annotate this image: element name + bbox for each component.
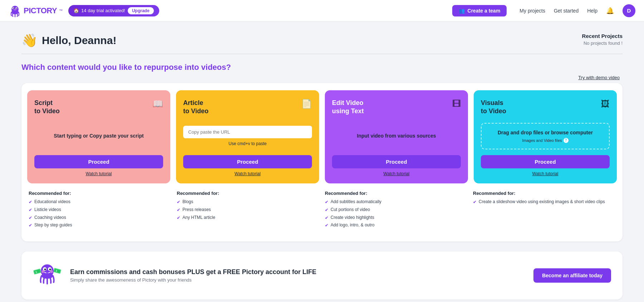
divider	[21, 54, 623, 54]
svg-point-18	[42, 270, 44, 273]
create-team-button[interactable]: 👥 Create a team	[452, 5, 507, 16]
header-nav: My projects Get started Help 🔔 D	[519, 4, 635, 17]
check-icon: ✔	[177, 207, 180, 213]
cmd-paste-hint: Use cmd+v to paste	[229, 141, 267, 146]
check-icon: ✔	[473, 199, 477, 205]
rec-text: Blogs	[182, 199, 193, 205]
rec-text: Cut portions of video	[331, 207, 370, 213]
trial-text: 14 day trial activated!	[81, 8, 125, 13]
rec-item: ✔Create a slideshow video using existing…	[473, 199, 615, 205]
mascot-icon: $ $	[33, 259, 62, 287]
rec-title-visuals: Recommended for:	[473, 191, 615, 196]
rec-item: ✔Cut portions of video	[325, 207, 467, 213]
visuals-card-icon: 🖼	[601, 99, 610, 109]
affiliate-text: Earn commissions and cash bonuses PLUS g…	[70, 268, 525, 283]
greeting-emoji: 👋	[21, 33, 38, 48]
rec-text: Create video highlights	[331, 215, 374, 221]
rec-col-edit: Recommended for: ✔Add subtitles automati…	[325, 191, 467, 230]
card-header-script: Scriptto Video 📖	[34, 99, 163, 116]
check-icon: ✔	[177, 215, 180, 221]
affiliate-button[interactable]: Become an affiliate today	[533, 268, 611, 283]
rec-item: ✔Press releases	[177, 207, 319, 213]
affiliate-subtitle: Simply share the awesomeness of Pictory …	[70, 277, 525, 283]
rec-item: ✔Add subtitles automatically	[325, 199, 467, 205]
logo: PICTORY™	[9, 4, 63, 17]
script-proceed-button[interactable]: Proceed	[34, 155, 163, 168]
rec-title-script: Recommended for:	[29, 191, 171, 196]
check-icon: ✔	[29, 222, 32, 229]
edit-proceed-button[interactable]: Proceed	[332, 155, 461, 168]
help-link[interactable]: Help	[587, 8, 597, 14]
upload-sub-text: Images and Video files ?	[489, 138, 602, 143]
script-watch-tutorial[interactable]: Watch tutorial	[34, 171, 163, 176]
logo-icon	[9, 4, 21, 17]
rec-item: ✔Blogs	[177, 199, 319, 205]
rec-text: Create a slideshow video using existing …	[479, 199, 605, 205]
visuals-to-video-card: Visualsto Video 🖼 Drag and drop files or…	[474, 90, 617, 183]
my-projects-link[interactable]: My projects	[519, 8, 545, 14]
logo-trademark: ™	[59, 9, 63, 13]
svg-point-3	[13, 8, 14, 9]
rec-item: ✔Add logo, intro, & outro	[325, 222, 467, 229]
top-row: 👋 Hello, Deanna! Recent Projects No proj…	[21, 33, 623, 48]
rec-item: ✔Any HTML article	[177, 215, 319, 221]
rec-text: Any HTML article	[182, 215, 215, 221]
edit-video-card: Edit Videousing Text 🎞 Input video from …	[325, 90, 468, 183]
svg-point-20	[42, 273, 53, 279]
upload-main-text: Drag and drop files or browse computer	[489, 129, 602, 136]
rec-col-article: Recommended for: ✔Blogs ✔Press releases …	[177, 191, 319, 230]
rec-title-article: Recommended for:	[177, 191, 319, 196]
rec-text: Add logo, intro, & outro	[331, 222, 375, 228]
avatar[interactable]: D	[623, 4, 635, 17]
demo-row: Try with demo video	[21, 75, 623, 80]
header: PICTORY™ 🏠 14 day trial activated! Upgra…	[0, 0, 644, 21]
svg-point-17	[49, 269, 51, 270]
rec-text: Listicle videos	[34, 207, 61, 213]
article-card-icon: 📄	[301, 99, 312, 109]
article-proceed-button[interactable]: Proceed	[183, 155, 312, 168]
greeting: 👋 Hello, Deanna!	[21, 33, 116, 48]
get-started-link[interactable]: Get started	[554, 8, 579, 14]
logo-text: PICTORY	[24, 6, 57, 15]
rec-text: Add subtitles automatically	[331, 199, 381, 205]
article-card-content: Use cmd+v to paste	[183, 123, 312, 149]
check-icon: ✔	[325, 207, 328, 213]
affiliate-title: Earn commissions and cash bonuses PLUS g…	[70, 268, 525, 276]
edit-card-title: Edit Videousing Text	[332, 99, 364, 116]
recommendations-grid: Recommended for: ✔Educational videos ✔Li…	[27, 191, 617, 230]
upgrade-button[interactable]: Upgrade	[127, 7, 154, 15]
check-icon: ✔	[29, 215, 32, 221]
edit-watch-tutorial[interactable]: Watch tutorial	[332, 171, 461, 176]
cards-container: Scriptto Video 📖 Start typing or Copy pa…	[21, 83, 623, 241]
affiliate-mascot: $ $	[33, 259, 62, 292]
rec-title-edit: Recommended for:	[325, 191, 467, 196]
script-card-title: Scriptto Video	[34, 99, 60, 116]
check-icon: ✔	[177, 199, 180, 205]
script-card-icon: 📖	[152, 99, 163, 109]
rec-item: ✔Educational videos	[29, 199, 171, 205]
visuals-card-content: Drag and drop files or browse computer I…	[481, 123, 610, 149]
article-watch-tutorial[interactable]: Watch tutorial	[183, 171, 312, 176]
svg-point-19	[50, 270, 53, 273]
visuals-watch-tutorial[interactable]: Watch tutorial	[481, 171, 610, 176]
upload-dropzone[interactable]: Drag and drop files or browse computer I…	[481, 123, 610, 149]
check-icon: ✔	[325, 222, 328, 229]
rec-item: ✔Create video highlights	[325, 215, 467, 221]
script-card-content: Start typing or Copy paste your script	[34, 123, 163, 149]
svg-point-6	[11, 10, 19, 14]
rec-text: Educational videos	[34, 199, 70, 205]
check-icon: ✔	[29, 199, 32, 205]
rec-item: ✔Step by step guides	[29, 222, 171, 229]
edit-placeholder-text: Input video from various sources	[357, 132, 436, 140]
rec-col-visuals: Recommended for: ✔Create a slideshow vid…	[473, 191, 615, 230]
url-input[interactable]	[183, 126, 312, 138]
info-icon: ?	[564, 138, 569, 143]
recent-projects-title: Recent Projects	[582, 33, 623, 39]
team-icon: 👥	[459, 8, 465, 14]
greeting-text: Hello, Deanna!	[42, 34, 116, 47]
visuals-proceed-button[interactable]: Proceed	[481, 155, 610, 168]
demo-link[interactable]: Try with demo video	[578, 75, 620, 80]
edit-card-icon: 🎞	[452, 99, 461, 109]
recent-projects-empty: No projects found !	[582, 40, 623, 46]
bell-icon[interactable]: 🔔	[606, 7, 614, 15]
